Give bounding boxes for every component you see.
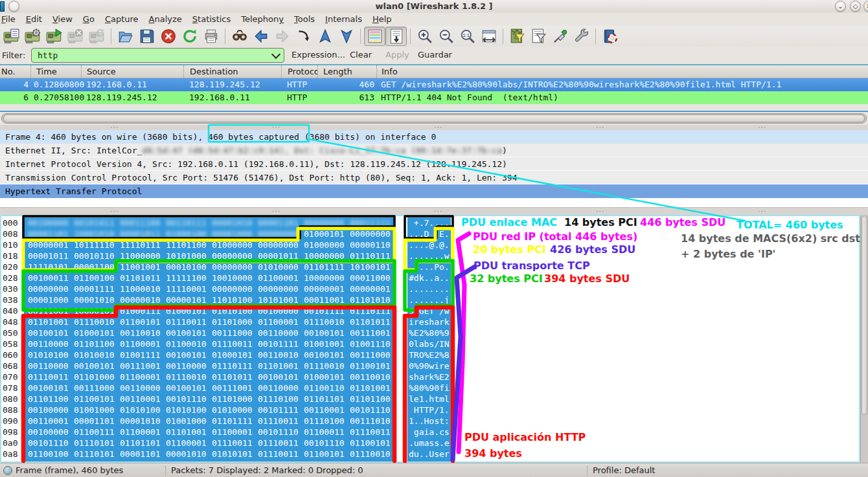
- column-header-destination[interactable]: Destination: [183, 65, 281, 78]
- bytes-row-078[interactable]: 0780010010100111000001100000010010100111…: [1, 383, 859, 394]
- column-header-no[interactable]: No.: [0, 65, 30, 78]
- coloring-rules-button[interactable]: [549, 27, 571, 46]
- menu-tools[interactable]: Tools: [289, 14, 320, 25]
- bytes-vertical-scrollbar[interactable]: [860, 215, 868, 463]
- bit-group: 00000000: [258, 283, 299, 294]
- bytes-row-038[interactable]: 0380000100000001010000000100000010111010…: [1, 294, 859, 305]
- filter-expression-button[interactable]: Expression...: [291, 50, 345, 60]
- detail-row-frame[interactable]: Frame 4: 460 bytes on wire (3680 bits), …: [0, 130, 868, 144]
- bytes-row-088[interactable]: 0880010000001001000010101000101010001010…: [1, 405, 859, 416]
- maximize-button[interactable]: ◇: [850, 1, 861, 12]
- bytes-row-070[interactable]: 0700111001101101000011000010111001001101…: [1, 372, 859, 383]
- column-header-time[interactable]: Time: [30, 65, 81, 78]
- filter-input[interactable]: http: [38, 50, 58, 60]
- bytes-row-000[interactable]: 0000010000000101011000111000011011100001…: [1, 217, 859, 228]
- bit-group: 01100100: [74, 272, 115, 283]
- chevron-down-icon[interactable]: [271, 50, 280, 59]
- save-file-button[interactable]: [136, 27, 157, 46]
- bytes-row-008[interactable]: 0080000110110001010000010110100010000001…: [1, 228, 859, 239]
- bit-group: 01100011: [304, 427, 345, 438]
- help-button[interactable]: [599, 27, 621, 46]
- display-filters-button[interactable]: [528, 27, 549, 46]
- reload-button[interactable]: [179, 27, 200, 46]
- menu-statistics[interactable]: Statistics: [187, 14, 236, 25]
- bytes-row-010[interactable]: 0100000000110111110111101111110110001000…: [1, 239, 859, 250]
- detail-row-ethernet[interactable]: Ethernet II, Src: IntelCor_d8:5d:47 (d8:…: [0, 144, 868, 157]
- resize-columns-button[interactable]: [478, 27, 499, 46]
- capture-options-button[interactable]: [22, 27, 43, 46]
- detail-row-tcp[interactable]: Transmission Control Protocol, Src Port:…: [0, 171, 868, 184]
- bytes-row-030[interactable]: 0300000000000001111110000101111000100000…: [1, 283, 859, 294]
- bit-group: 00110001: [28, 416, 69, 427]
- bytes-row-048[interactable]: 0480110100101110010011001010111001101101…: [1, 316, 859, 327]
- go-to-first-button[interactable]: [314, 27, 336, 46]
- bit-group: 01000101: [74, 327, 115, 338]
- filter-combo[interactable]: http: [31, 48, 284, 63]
- packet-row-4[interactable]: 40.12860800192.168.0.11128.119.245.12HTT…: [0, 78, 868, 91]
- bit-group-redacted: 00001011: [120, 228, 161, 239]
- open-file-button[interactable]: [115, 27, 136, 46]
- bit-group: 01101101: [120, 438, 161, 449]
- menu-internals[interactable]: Internals: [320, 14, 367, 25]
- go-to-last-button[interactable]: [336, 27, 357, 46]
- auto-scroll-button[interactable]: [385, 27, 407, 46]
- byte-offset: 030: [3, 283, 17, 294]
- bytes-row-020[interactable]: 0201111010100001100110010010001010000000…: [1, 261, 859, 272]
- bytes-row-028[interactable]: 0280010001101100100011010111111110010010…: [1, 272, 859, 283]
- scrollbar-thumb[interactable]: [3, 115, 865, 122]
- start-capture-button[interactable]: [43, 27, 65, 46]
- pane-splitter[interactable]: ···············: [0, 207, 868, 215]
- preferences-button[interactable]: [571, 27, 592, 46]
- bytes-row-018[interactable]: 0180000101100010110110000001010100000000…: [1, 250, 859, 261]
- menu-go[interactable]: Go: [78, 14, 100, 25]
- bytes-row-060[interactable]: 0600101010001010010010011110010010101000…: [1, 349, 859, 361]
- close-file-button[interactable]: [157, 27, 179, 46]
- packet-row-6[interactable]: 60.27058100128.119.245.12192.168.0.11HTT…: [0, 91, 868, 104]
- bytes-row-050[interactable]: 0500010010101000101001100100010010100111…: [1, 327, 859, 338]
- go-to-packet-button[interactable]: [293, 27, 314, 46]
- colorize-button[interactable]: [364, 27, 385, 46]
- scrollbar-thumb[interactable]: [862, 216, 867, 415]
- list-interfaces-button[interactable]: [1, 27, 22, 46]
- horizontal-scrollbar[interactable]: [1, 113, 867, 124]
- column-header-info[interactable]: Info: [376, 65, 868, 78]
- column-header-protoco[interactable]: Protoco: [281, 65, 317, 78]
- shade-button[interactable]: ⌄: [835, 1, 846, 12]
- menu-telephony[interactable]: Telephony: [236, 14, 289, 25]
- capture-filters-button[interactable]: [507, 27, 528, 46]
- bytes-row-080[interactable]: 0800110110001100101001100010010111001101…: [1, 394, 859, 405]
- bit-group: 01010100: [28, 349, 69, 361]
- find-packet-button[interactable]: [229, 27, 250, 46]
- bytes-row-0a0[interactable]: 0a00010111001110101011011010110000101110…: [1, 438, 859, 449]
- detail-row-http[interactable]: Hypertext Transfer Protocol: [0, 184, 868, 198]
- menu-view[interactable]: View: [47, 14, 78, 25]
- column-header-length[interactable]: Length: [317, 65, 376, 78]
- filter-guardar-button[interactable]: Guardar: [418, 50, 452, 60]
- zoom-100-button[interactable]: 1:1: [457, 27, 478, 46]
- bytes-row-098[interactable]: 0980010000001100111011000010110100101100…: [1, 427, 859, 438]
- menu-file[interactable]: File: [0, 14, 21, 25]
- column-header-source[interactable]: Source: [81, 65, 183, 78]
- bytes-row-068[interactable]: 0680011000000100101001110010011000001110…: [1, 361, 859, 372]
- print-button[interactable]: [200, 27, 222, 46]
- ascii-bytes: gaia.cs: [407, 427, 451, 438]
- expert-info-icon[interactable]: [3, 466, 12, 475]
- pane-splitter[interactable]: ···············: [0, 125, 868, 130]
- menu-analyze[interactable]: Analyze: [144, 14, 187, 25]
- go-back-icon: [253, 28, 269, 45]
- zoom-out-button[interactable]: [435, 27, 457, 46]
- menu-help[interactable]: Help: [367, 14, 397, 25]
- filter-clear-button[interactable]: Clear: [350, 50, 372, 60]
- bytes-row-0a8[interactable]: 0a80110010001110101000011010000101001010…: [1, 449, 859, 460]
- bytes-row-040[interactable]: 0400011100110000101010001110100010101010…: [1, 305, 859, 316]
- splitter-grip: ···: [272, 210, 281, 213]
- zoom-in-button[interactable]: [414, 27, 435, 46]
- go-back-button[interactable]: [250, 27, 271, 46]
- splitter-grip: ···: [758, 210, 767, 213]
- menu-capture[interactable]: Capture: [100, 14, 144, 25]
- menu-edit[interactable]: Edit: [21, 14, 47, 25]
- byte-offset: 058: [3, 338, 17, 349]
- detail-row-ip[interactable]: Internet Protocol Version 4, Src: 192.16…: [0, 157, 868, 171]
- bytes-row-058[interactable]: 0580011000001101100011000010110001001110…: [1, 338, 859, 349]
- bytes-row-090[interactable]: 0900011000100001101000010100100100001101…: [1, 416, 859, 427]
